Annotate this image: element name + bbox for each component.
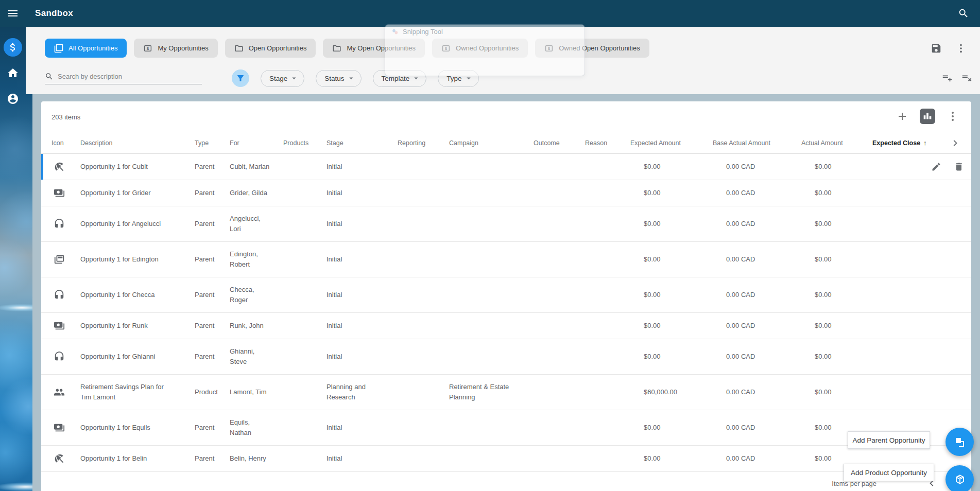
search-box (45, 72, 202, 84)
view-more-menu-icon[interactable] (955, 43, 967, 54)
main-content: All Opportunities$My OpportunitiesOpen O… (26, 27, 980, 491)
type-cell: Parent (195, 352, 230, 362)
remove-rows-icon[interactable] (961, 72, 972, 83)
save-view-button[interactable] (931, 43, 942, 54)
add-product-opportunity-fab[interactable] (945, 465, 974, 491)
cards-icon (54, 254, 65, 265)
save-icon (931, 43, 942, 54)
column-header-expected-amount[interactable]: Expected Amount (630, 139, 713, 147)
description-cell[interactable]: Opportunity 1 for Runk (80, 321, 195, 331)
description-cell[interactable]: Retirement Savings Plan forTim Lamont (80, 382, 195, 402)
base-actual-amount-cell: 0.00 CAD (713, 254, 801, 265)
app-root: Sandbox All Opportunities$My Opportuniti… (0, 0, 980, 491)
for-cell[interactable]: Belin, Henry (230, 453, 283, 464)
add-parent-opportunity-fab[interactable] (945, 428, 974, 456)
for-cell[interactable]: Angelucci,Lori (230, 214, 283, 234)
add-rows-icon[interactable] (941, 72, 953, 83)
chevron-right-icon[interactable] (950, 137, 961, 149)
for-cell[interactable]: Equils,Nathan (230, 417, 283, 438)
sidebar-item-opportunities[interactable] (4, 38, 22, 57)
expected-amount-cell: $0.00 (630, 188, 713, 198)
description-cell[interactable]: Opportunity 1 for Ghianni (80, 352, 195, 362)
tab-all-opportunities[interactable]: All Opportunities (45, 39, 127, 58)
actual-amount-cell: $0.00 (801, 290, 872, 300)
filter-button[interactable] (232, 69, 249, 87)
expected-amount-cell: $0.00 (630, 254, 713, 265)
trash-icon (954, 162, 964, 172)
column-header-reason[interactable]: Reason (585, 139, 630, 147)
description-cell[interactable]: Opportunity 1 for Belin (80, 453, 195, 464)
description-cell[interactable]: Opportunity 1 for Equils (80, 423, 195, 433)
tab-label: Owned Opportunities (456, 44, 519, 52)
chart-view-icon[interactable] (920, 109, 935, 124)
table-row[interactable]: Opportunity 1 for BelinParentBelin, Henr… (41, 446, 971, 472)
column-header-icon[interactable]: Icon (51, 139, 80, 147)
expected-amount-cell: $0.00 (630, 219, 713, 229)
filter-dropdown-status[interactable]: Status (316, 70, 361, 87)
filter-dropdown-stage[interactable]: Stage (261, 70, 304, 87)
column-header-campaign[interactable]: Campaign (449, 139, 534, 147)
search-input[interactable] (58, 73, 192, 80)
tab-owned-opportunities[interactable]: $Owned Opportunities (432, 39, 528, 58)
table-row[interactable]: Opportunity 1 for RunkParentRunk, JohnIn… (41, 313, 971, 339)
stage-cell: Planning andResearch (326, 382, 398, 402)
column-header-actual-amount[interactable]: Actual Amount (801, 139, 872, 147)
sidebar-item-account[interactable] (4, 90, 22, 108)
table-body: Opportunity 1 for CubitParentCubit, Mari… (41, 154, 971, 472)
description-cell[interactable]: Opportunity 1 for Angelucci (80, 219, 195, 229)
for-cell[interactable]: Grider, Gilda (230, 188, 283, 198)
opportunities-table: IconDescriptionTypeForProductsStageRepor… (41, 132, 971, 472)
edit-row-button[interactable] (931, 162, 941, 172)
row-type-icon-cell (51, 351, 80, 362)
payments-icon (54, 320, 65, 331)
column-header-outcome[interactable]: Outcome (534, 139, 585, 147)
table-row[interactable]: Opportunity 1 for EquilsParentEquils,Nat… (41, 410, 971, 446)
search-icon[interactable] (958, 8, 969, 19)
column-header-stage[interactable]: Stage (326, 139, 398, 147)
description-cell[interactable]: Opportunity 1 for Checca (80, 290, 195, 300)
column-header-products[interactable]: Products (283, 139, 326, 147)
tab-label: Open Opportunities (249, 44, 307, 52)
column-header-type[interactable]: Type (195, 139, 230, 147)
menu-icon[interactable] (7, 7, 19, 20)
delete-row-button[interactable] (954, 162, 964, 172)
headset-icon (54, 351, 65, 362)
base-actual-amount-cell: 0.00 CAD (713, 423, 801, 433)
for-cell[interactable]: Ghianni,Steve (230, 346, 283, 367)
for-cell[interactable]: Lamont, Tim (230, 387, 283, 397)
description-cell[interactable]: Opportunity 1 for Cubit (80, 162, 195, 172)
tab-my-open-opportunities[interactable]: My Open Opportunities (323, 39, 425, 58)
table-row[interactable]: Retirement Savings Plan forTim LamontPro… (41, 375, 971, 410)
filter-dropdown-type[interactable]: Type (438, 70, 478, 87)
tab-owned-open-opportunities[interactable]: $Owned Open Opportunities (535, 39, 649, 58)
filter-dropdown-template[interactable]: Template (373, 70, 427, 87)
tab-my-opportunities[interactable]: $My Opportunities (134, 39, 217, 58)
description-cell[interactable]: Opportunity 1 for Edington (80, 254, 195, 265)
column-header-for[interactable]: For (230, 139, 283, 147)
card-more-menu-icon[interactable] (947, 110, 959, 122)
row-type-icon-cell (51, 387, 80, 398)
caret-down-icon (464, 74, 473, 83)
table-row[interactable]: Opportunity 1 for EdingtonParentEdington… (41, 242, 971, 277)
column-header-reporting[interactable]: Reporting (398, 139, 449, 147)
for-cell[interactable]: Edington,Robert (230, 249, 283, 270)
column-header-expected-close[interactable]: Expected Close↑ (872, 139, 929, 147)
table-row[interactable]: Opportunity 1 for CheccaParentChecca,Rog… (41, 277, 971, 313)
expected-amount-cell: $60,000.00 (630, 387, 713, 397)
column-header-description[interactable]: Description (80, 139, 195, 147)
add-icon[interactable] (896, 110, 908, 122)
for-cell[interactable]: Checca,Roger (230, 285, 283, 305)
table-row[interactable]: Opportunity 1 for AngelucciParentAngeluc… (41, 206, 971, 242)
for-cell[interactable]: Runk, John (230, 321, 283, 331)
description-cell[interactable]: Opportunity 1 for Grider (80, 188, 195, 198)
table-row[interactable]: Opportunity 1 for GriderParentGrider, Gi… (41, 180, 971, 206)
tab-open-opportunities[interactable]: Open Opportunities (225, 39, 316, 58)
sidebar-item-home[interactable] (4, 64, 22, 82)
column-header-base-actual-amount[interactable]: Base Actual Amount (713, 139, 801, 147)
table-row[interactable]: Opportunity 1 for CubitParentCubit, Mari… (41, 154, 971, 180)
page-title: Sandbox (35, 8, 73, 19)
for-cell[interactable]: Cubit, Marian (230, 162, 283, 172)
sidebar (0, 27, 26, 108)
type-cell: Parent (195, 321, 230, 331)
table-row[interactable]: Opportunity 1 for GhianniParentGhianni,S… (41, 339, 971, 375)
